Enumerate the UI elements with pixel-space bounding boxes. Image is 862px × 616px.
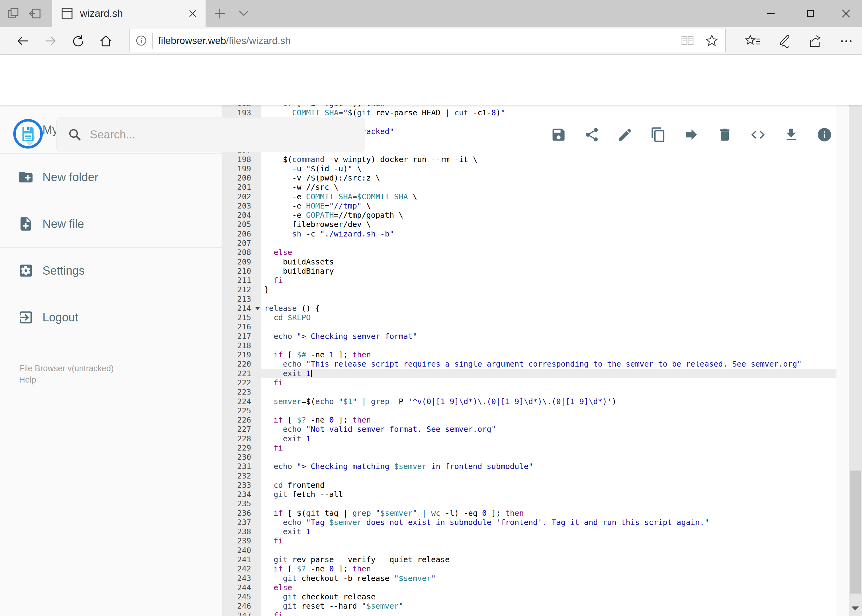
code-line[interactable]: 232 bbox=[222, 471, 837, 481]
search-box[interactable] bbox=[56, 118, 365, 152]
code-line[interactable]: 243 git checkout -b release "$semver" bbox=[222, 574, 837, 583]
code-line[interactable]: 231 echo "> Checking matching $semver in… bbox=[222, 462, 837, 471]
code-line[interactable]: 208 else bbox=[222, 248, 837, 257]
code-line[interactable]: 240 bbox=[222, 546, 837, 555]
code-line[interactable]: 222 fi bbox=[222, 378, 837, 388]
sidebar-item-logout[interactable]: Logout bbox=[0, 300, 222, 334]
code-line[interactable]: 200 -v /$(pwd):/src:z \ bbox=[222, 173, 837, 183]
search-input[interactable] bbox=[90, 128, 336, 141]
code-line[interactable]: 245 git checkout release bbox=[222, 592, 837, 602]
delete-button[interactable] bbox=[715, 125, 734, 145]
minimize-icon bbox=[767, 13, 775, 14]
code-line[interactable]: 192 if [ -d ".git" ]; then bbox=[222, 105, 837, 108]
home-button[interactable] bbox=[99, 34, 113, 48]
code-line[interactable]: 244 else bbox=[222, 583, 837, 592]
reading-view-icon[interactable] bbox=[681, 35, 695, 46]
copy-button[interactable] bbox=[648, 125, 668, 145]
code-line[interactable]: 207 bbox=[222, 239, 837, 248]
tab-list-button[interactable] bbox=[238, 9, 251, 19]
maximize-button[interactable] bbox=[797, 0, 824, 27]
help-link[interactable]: Help bbox=[19, 375, 36, 385]
save-button[interactable] bbox=[549, 125, 569, 145]
set-tabs-aside-button[interactable] bbox=[28, 7, 42, 20]
share-button[interactable] bbox=[582, 125, 602, 145]
code-editor[interactable]: 192 if [ -d ".git" ]; then193 COMMIT_SHA… bbox=[222, 105, 837, 616]
code-line[interactable]: 247 fi bbox=[222, 611, 837, 616]
code-line[interactable]: 209 buildAssets bbox=[222, 258, 837, 267]
code-line[interactable]: 242 if [ $? -ne 0 ]; then bbox=[222, 564, 837, 574]
filebrowser-header bbox=[0, 55, 862, 105]
sidebar-item-new-folder[interactable]: New folder bbox=[0, 160, 222, 194]
code-line[interactable]: 225 bbox=[222, 406, 837, 415]
share-icon[interactable] bbox=[807, 34, 822, 48]
code-line[interactable]: 218 bbox=[222, 341, 837, 350]
code-line[interactable]: 217 echo "> Checking semver format" bbox=[222, 332, 837, 341]
code-line[interactable]: 233 cd frontend bbox=[222, 481, 837, 490]
code-line[interactable]: 203 -e HOME="//tmp" \ bbox=[222, 201, 837, 211]
line-number: 241 bbox=[222, 555, 261, 564]
sidebar-item-new-file[interactable]: New file bbox=[0, 207, 222, 241]
move-button[interactable] bbox=[682, 125, 701, 145]
code-line[interactable]: 227 echo "Not valid semver format. See s… bbox=[222, 425, 837, 434]
code-line[interactable]: 213 bbox=[222, 295, 837, 304]
minimize-button[interactable] bbox=[758, 0, 784, 27]
fold-arrow-icon[interactable] bbox=[255, 307, 260, 312]
page-scrollbar[interactable] bbox=[849, 55, 862, 616]
browser-tab[interactable]: wizard.sh bbox=[52, 0, 206, 27]
code-line[interactable]: 237 echo "Tag $semver does not exist in … bbox=[222, 518, 837, 527]
code-line[interactable]: 224 semver=$(echo "$1" | grep -P '^v(0|[… bbox=[222, 397, 837, 406]
new-tab-button[interactable] bbox=[213, 7, 228, 20]
refresh-button[interactable] bbox=[71, 34, 85, 48]
code-line[interactable]: 239 fi bbox=[222, 536, 837, 545]
code-line[interactable]: 246 git reset --hard "$semver" bbox=[222, 602, 837, 611]
code-button[interactable] bbox=[748, 125, 768, 145]
code-line[interactable]: 211 fi bbox=[222, 276, 837, 285]
code-line[interactable]: 198 $(command -v winpty) docker run --rm… bbox=[222, 155, 837, 164]
scroll-down-icon[interactable] bbox=[851, 607, 859, 610]
address-divider bbox=[152, 33, 153, 49]
code-line[interactable]: 199 -u "$(id -u)" \ bbox=[222, 164, 837, 173]
tab-preview-button[interactable] bbox=[7, 7, 20, 20]
code-line[interactable]: 230 bbox=[222, 453, 837, 462]
code-line[interactable]: 193 COMMIT_SHA="$(git rev-parse HEAD | c… bbox=[222, 108, 837, 118]
tab-close-button[interactable] bbox=[187, 8, 198, 19]
scrollbar-thumb[interactable] bbox=[850, 470, 861, 594]
code-line[interactable]: 235 bbox=[222, 499, 837, 508]
code-line[interactable]: 234 git fetch --all bbox=[222, 490, 837, 499]
code-line[interactable]: 215 cd $REPO bbox=[222, 313, 837, 322]
annotate-pen-icon[interactable] bbox=[777, 34, 791, 48]
code-line[interactable]: 214release () { bbox=[222, 304, 837, 313]
code-line[interactable]: 206 sh -c "./wizard.sh -b" bbox=[222, 229, 837, 239]
code-line[interactable]: 204 -e GOPATH=//tmp/gopath \ bbox=[222, 211, 837, 220]
window-close-button[interactable] bbox=[833, 0, 859, 27]
sidebar-item-settings[interactable]: Settings bbox=[0, 254, 222, 288]
address-bar[interactable]: filebrowser.web/files/wizard.sh bbox=[129, 29, 726, 52]
edit-button[interactable] bbox=[615, 125, 635, 145]
hub-icon[interactable] bbox=[745, 34, 761, 48]
code-line[interactable]: 238 exit 1 bbox=[222, 527, 837, 536]
download-button[interactable] bbox=[782, 125, 801, 145]
code-line[interactable]: 241 git rev-parse --verify --quiet relea… bbox=[222, 555, 837, 564]
code-line[interactable]: 221 exit 1 bbox=[222, 369, 837, 378]
code-line[interactable]: 223 bbox=[222, 388, 837, 397]
info-button[interactable] bbox=[815, 125, 834, 145]
code-line[interactable]: 219 if [ $# -ne 1 ]; then bbox=[222, 350, 837, 360]
code-line[interactable]: 205 filebrowser/dev \ bbox=[222, 220, 837, 229]
code-line[interactable]: 210 buildBinary bbox=[222, 267, 837, 276]
code-line[interactable]: 201 -w //src \ bbox=[222, 183, 837, 192]
filebrowser-logo[interactable] bbox=[13, 119, 43, 149]
code-line[interactable]: 236 if [ $(git tag | grep "$semver" | wc… bbox=[222, 509, 837, 518]
back-button[interactable] bbox=[16, 34, 30, 48]
code-line[interactable]: 220 echo "This release script requires a… bbox=[222, 360, 837, 369]
favorite-star-icon[interactable] bbox=[705, 34, 719, 47]
code-line-text: echo "Tag $semver does not exist in subm… bbox=[261, 518, 837, 527]
code-line[interactable]: 226 if [ $? -ne 0 ]; then bbox=[222, 415, 837, 425]
code-line[interactable]: 212} bbox=[222, 285, 837, 294]
more-options-icon[interactable] bbox=[838, 34, 854, 48]
forward-button[interactable] bbox=[44, 34, 57, 48]
code-line-text: else bbox=[261, 583, 837, 592]
code-line[interactable]: 229 fi bbox=[222, 443, 837, 453]
code-line[interactable]: 202 -e COMMIT_SHA=$COMMIT_SHA \ bbox=[222, 192, 837, 201]
code-line[interactable]: 216 bbox=[222, 322, 837, 332]
code-line[interactable]: 228 exit 1 bbox=[222, 434, 837, 443]
